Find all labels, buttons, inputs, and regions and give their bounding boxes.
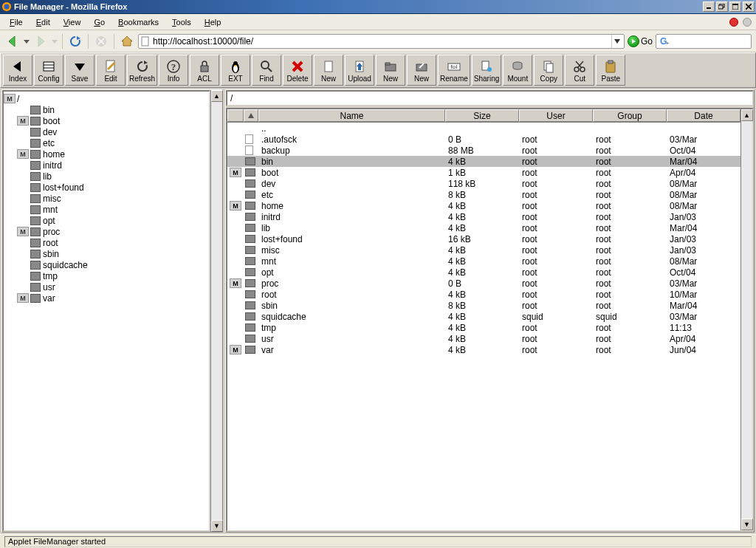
tree-item-misc[interactable]: Mmisc [4,193,207,204]
delete-button[interactable]: Delete [283,55,312,86]
new1-button[interactable]: New [314,55,343,86]
file-row[interactable]: M.. [227,123,740,134]
tree-item-lost+found[interactable]: Mlost+found [4,182,207,193]
ext-button[interactable]: EXT [221,55,250,86]
tree-item-usr[interactable]: Musr [4,281,207,292]
cell-name: tmp [258,323,445,333]
file-row[interactable]: Mbackup88 MBrootrootOct/04 [227,145,740,156]
column-name[interactable]: Name [258,109,445,122]
column-mark[interactable] [227,109,244,122]
cell-size: 8 kB [445,301,519,311]
tree-item-opt[interactable]: Mopt [4,215,207,226]
file-row[interactable]: Mvar4 kBrootrootJun/04 [227,344,740,355]
tree-item-lib[interactable]: Mlib [4,171,207,182]
tree-item-home[interactable]: Mhome [4,148,207,160]
file-row[interactable]: Mproc0 Brootroot03/Mar [227,278,740,289]
tree-item-mnt[interactable]: Mmnt [4,204,207,215]
mount-button[interactable]: Mount [503,55,532,86]
tree-scrollbar[interactable]: ▲ ▼ [210,90,222,532]
scroll-up-icon[interactable]: ▲ [211,90,223,102]
home-button[interactable] [119,33,135,49]
file-row[interactable]: M.autofsck0 Brootroot03/Mar [227,134,740,145]
file-row[interactable]: Mlib4 kBrootrootMar/04 [227,222,740,233]
menu-go[interactable]: Go [89,16,110,29]
acl-button[interactable]: ACL [190,55,219,86]
file-row[interactable]: Mroot4 kBrootroot10/Mar [227,289,740,300]
tree-item-squidcache[interactable]: Msquidcache [4,259,207,270]
tree-item-etc[interactable]: Metc [4,137,207,148]
column-size[interactable]: Size [445,109,519,122]
file-row[interactable]: Mmnt4 kBrootroot08/Mar [227,256,740,267]
tree-item-sbin[interactable]: Msbin [4,248,207,259]
menu-help[interactable]: Help [199,16,227,29]
tree-item-var[interactable]: Mvar [4,292,207,304]
rename-button[interactable]: foIRename [438,55,470,86]
file-row[interactable]: Mmisc4 kBrootrootJan/03 [227,244,740,256]
warning-icon[interactable] [729,18,738,27]
file-row[interactable]: Mhome4 kBrootroot08/Mar [227,200,740,211]
tree-root[interactable]: M/ [4,93,207,104]
info-button[interactable]: ?Info [159,55,188,86]
restore-button[interactable] [716,1,728,12]
edit-button[interactable]: Edit [96,55,126,86]
maximize-button[interactable] [729,1,741,12]
file-row[interactable]: Musr4 kBrootrootApr/04 [227,333,740,344]
search-bar[interactable]: G▸ [656,34,752,49]
scroll-down-icon[interactable]: ▼ [211,520,223,532]
menu-edit[interactable]: Edit [31,16,55,29]
file-row[interactable]: Mopt4 kBrootrootOct/04 [227,267,740,278]
file-row[interactable]: Mlost+found16 kBrootrootJan/03 [227,233,740,244]
path-bar[interactable]: / [226,90,754,106]
tree-item-boot[interactable]: Mboot [4,115,207,126]
new2-button[interactable]: New [376,55,405,86]
config-button[interactable]: Config [34,55,63,86]
tree-item-tmp[interactable]: Mtmp [4,270,207,281]
column-user[interactable]: User [519,109,593,122]
url-bar[interactable] [138,34,625,49]
tree-item-initrd[interactable]: Minitrd [4,160,207,171]
file-row[interactable]: Mboot1 kBrootrootApr/04 [227,167,740,178]
file-row[interactable]: Mtmp4 kBrootroot11:13 [227,322,740,333]
column-date[interactable]: Date [667,109,740,122]
tree-view[interactable]: M/MbinMbootMdevMetcMhomeMinitrdMlibMlost… [2,90,210,532]
back-button[interactable] [4,33,21,49]
scroll-up-icon[interactable]: ▲ [741,109,753,121]
file-row[interactable]: Mbin4 kBrootrootMar/04 [227,156,740,167]
tree-item-proc[interactable]: Mproc [4,226,207,237]
file-row[interactable]: Mdev118 kBrootroot08/Mar [227,178,740,189]
url-input[interactable] [153,36,611,47]
column-group[interactable]: Group [593,109,667,122]
file-row[interactable]: Metc8 kBrootroot08/Mar [227,189,740,200]
sharing-button[interactable]: Sharing [472,55,501,86]
file-list[interactable]: M..M.autofsck0 Brootroot03/MarMbackup88 … [227,123,740,530]
file-row[interactable]: Minitrd4 kBrootrootJan/03 [227,211,740,222]
cut-button[interactable]: Cut [565,55,594,86]
scroll-down-icon[interactable]: ▼ [741,518,753,530]
copy-button[interactable]: Copy [534,55,563,86]
menu-bookmarks[interactable]: Bookmarks [113,16,164,29]
menu-file[interactable]: File [4,16,28,29]
reload-button[interactable] [67,33,83,49]
menu-view[interactable]: View [58,16,86,29]
new3-button[interactable]: New [407,55,436,86]
url-dropdown-icon[interactable] [611,35,622,48]
tree-item-root[interactable]: Mroot [4,237,207,248]
back-dropdown-icon[interactable] [24,38,30,44]
menu-tools[interactable]: Tools [167,16,196,29]
go-button[interactable] [628,35,639,47]
paste-button[interactable]: Paste [596,55,625,86]
tree-item-dev[interactable]: Mdev [4,126,207,137]
search-input[interactable] [671,36,756,47]
list-scrollbar[interactable]: ▲ ▼ [740,109,752,530]
index-button[interactable]: Index [3,55,32,86]
save-button[interactable]: Save [65,55,94,86]
column-sort-icon[interactable] [244,109,258,122]
refresh-button[interactable]: Refresh [127,55,157,86]
upload-button[interactable]: Upload [345,55,374,86]
tree-item-bin[interactable]: Mbin [4,104,207,115]
minimize-button[interactable] [703,1,715,12]
file-row[interactable]: Msquidcache4 kBsquidsquid03/Mar [227,311,740,322]
find-button[interactable]: Find [252,55,281,86]
close-button[interactable] [743,1,755,12]
file-row[interactable]: Msbin8 kBrootrootMar/04 [227,300,740,311]
